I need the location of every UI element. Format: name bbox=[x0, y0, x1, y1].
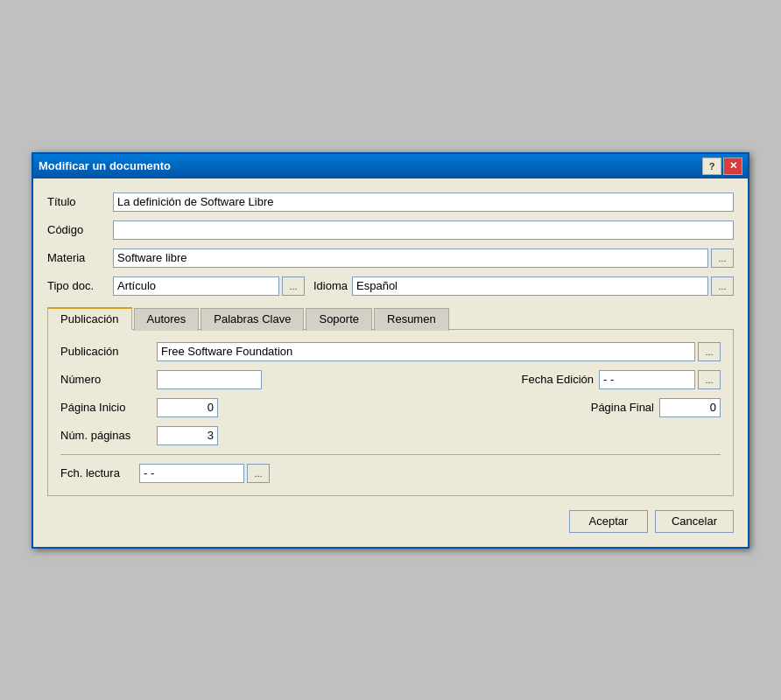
fch-lectura-row: Fch. lectura ... bbox=[60, 464, 721, 483]
pagina-final-label: Página Final bbox=[591, 401, 654, 414]
titulo-input[interactable] bbox=[113, 192, 734, 212]
publicacion-field-label: Publicación bbox=[60, 345, 157, 358]
idioma-ellipsis-button[interactable]: ... bbox=[711, 276, 734, 296]
tab-autores[interactable]: Autores bbox=[134, 308, 200, 331]
tab-soporte[interactable]: Soporte bbox=[306, 308, 372, 331]
numero-label: Número bbox=[60, 373, 157, 386]
numero-fecha-row: Número Fecha Edición ... bbox=[60, 370, 721, 389]
num-paginas-input[interactable] bbox=[157, 426, 218, 445]
window-body: Título Código Materia ... Tipo doc. ... … bbox=[33, 178, 748, 547]
materia-row: Materia ... bbox=[47, 248, 734, 268]
titulo-row: Título bbox=[47, 192, 734, 212]
fecha-group: Fecha Edición ... bbox=[522, 370, 721, 389]
num-paginas-label: Núm. páginas bbox=[60, 429, 157, 442]
cancelar-button[interactable]: Cancelar bbox=[655, 510, 734, 533]
materia-label: Materia bbox=[47, 251, 113, 264]
help-button[interactable]: ? bbox=[702, 158, 721, 175]
pagina-inicio-label: Página Inicio bbox=[60, 401, 157, 414]
fecha-edicion-label: Fecha Edición bbox=[522, 373, 594, 386]
materia-ellipsis-button[interactable]: ... bbox=[711, 248, 734, 268]
tab-publicacion[interactable]: Publicación bbox=[47, 307, 132, 330]
tab-content-publicacion: Publicación ... Número Fecha Edición ... bbox=[47, 330, 734, 496]
tipodoc-input[interactable] bbox=[113, 276, 279, 296]
close-button[interactable]: ✕ bbox=[723, 158, 742, 175]
pagina-inicio-input[interactable] bbox=[157, 398, 218, 417]
tipodoc-idioma-row: Tipo doc. ... Idioma ... bbox=[47, 276, 734, 296]
tab-resumen[interactable]: Resumen bbox=[374, 308, 449, 331]
separator bbox=[60, 454, 721, 455]
titulo-label: Título bbox=[47, 195, 113, 208]
tab-bar: Publicación Autores Palabras Clave Sopor… bbox=[47, 306, 734, 330]
materia-input[interactable] bbox=[113, 248, 708, 268]
publicacion-ellipsis-button[interactable]: ... bbox=[698, 342, 721, 361]
tab-palabras-clave[interactable]: Palabras Clave bbox=[201, 308, 304, 331]
codigo-label: Código bbox=[47, 223, 113, 236]
publicacion-input[interactable] bbox=[157, 342, 695, 361]
tabs-container: Publicación Autores Palabras Clave Sopor… bbox=[47, 306, 734, 496]
tipodoc-label: Tipo doc. bbox=[47, 279, 113, 292]
fch-lectura-input[interactable] bbox=[139, 464, 244, 483]
fch-lectura-label: Fch. lectura bbox=[60, 466, 139, 480]
codigo-row: Código bbox=[47, 220, 734, 240]
fecha-edicion-ellipsis-button[interactable]: ... bbox=[698, 370, 721, 389]
aceptar-button[interactable]: Aceptar bbox=[569, 510, 648, 533]
codigo-input[interactable] bbox=[113, 220, 734, 240]
window-title: Modificar un documento bbox=[39, 159, 171, 172]
title-bar: Modificar un documento ? ✕ bbox=[33, 154, 748, 178]
fecha-edicion-input[interactable] bbox=[599, 370, 695, 389]
publicacion-row: Publicación ... bbox=[60, 342, 721, 361]
pagina-final-group: Página Final bbox=[591, 398, 721, 417]
idioma-input[interactable] bbox=[352, 276, 708, 296]
idioma-label: Idioma bbox=[313, 279, 348, 292]
tipodoc-ellipsis-button[interactable]: ... bbox=[282, 276, 305, 296]
pagina-final-input[interactable] bbox=[659, 398, 721, 417]
numero-input[interactable] bbox=[157, 370, 262, 389]
main-window: Modificar un documento ? ✕ Título Código… bbox=[32, 152, 749, 549]
fch-lectura-ellipsis-button[interactable]: ... bbox=[247, 464, 270, 483]
pagina-row: Página Inicio Página Final bbox=[60, 398, 721, 417]
title-bar-buttons: ? ✕ bbox=[702, 158, 742, 175]
button-row: Aceptar Cancelar bbox=[47, 510, 734, 533]
num-paginas-row: Núm. páginas bbox=[60, 426, 721, 445]
